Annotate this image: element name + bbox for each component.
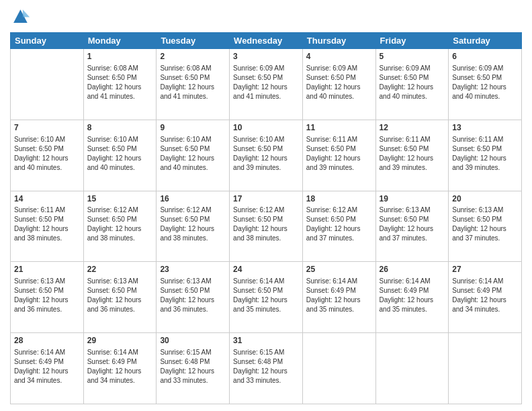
- daylight-text: Daylight: 12 hours and 38 minutes.: [14, 224, 80, 243]
- sunrise-text: Sunrise: 6:12 AM: [160, 205, 226, 215]
- sunrise-text: Sunrise: 6:12 AM: [306, 205, 372, 215]
- day-number: 4: [306, 51, 372, 62]
- sunset-text: Sunset: 6:50 PM: [306, 215, 372, 224]
- daylight-text: Daylight: 12 hours and 41 minutes.: [160, 83, 226, 101]
- svg-marker-1: [23, 9, 30, 17]
- day-number: 17: [233, 193, 299, 205]
- daylight-text: Daylight: 12 hours and 34 minutes.: [87, 367, 153, 385]
- sunrise-text: Sunrise: 6:14 AM: [306, 277, 372, 286]
- sunset-text: Sunset: 6:49 PM: [87, 357, 153, 367]
- sunset-text: Sunset: 6:50 PM: [233, 144, 299, 154]
- page: SundayMondayTuesdayWednesdayThursdayFrid…: [0, 0, 532, 411]
- calendar-cell: 1Sunrise: 6:08 AMSunset: 6:50 PMDaylight…: [83, 49, 157, 120]
- cell-content: 20Sunrise: 6:13 AMSunset: 6:50 PMDayligh…: [452, 193, 518, 244]
- calendar-cell: [449, 333, 522, 404]
- daylight-text: Daylight: 12 hours and 35 minutes.: [233, 295, 299, 314]
- daylight-text: Daylight: 12 hours and 40 minutes.: [380, 83, 445, 101]
- sunrise-text: Sunrise: 6:09 AM: [233, 64, 299, 73]
- cell-content: 27Sunrise: 6:14 AMSunset: 6:49 PMDayligh…: [452, 264, 518, 314]
- week-row-1: 7Sunrise: 6:10 AMSunset: 6:50 PMDaylight…: [11, 120, 522, 191]
- sunset-text: Sunset: 6:50 PM: [160, 144, 226, 154]
- header-day-thursday: Thursday: [302, 33, 375, 49]
- day-number: 13: [452, 122, 518, 134]
- calendar-cell: 28Sunrise: 6:14 AMSunset: 6:49 PMDayligh…: [11, 333, 84, 404]
- cell-content: 17Sunrise: 6:12 AMSunset: 6:50 PMDayligh…: [233, 193, 299, 244]
- cell-content: 28Sunrise: 6:14 AMSunset: 6:49 PMDayligh…: [14, 335, 80, 385]
- day-number: 28: [14, 335, 80, 347]
- day-number: 15: [87, 193, 153, 205]
- cell-content: 13Sunrise: 6:11 AMSunset: 6:50 PMDayligh…: [452, 122, 518, 173]
- cell-content: 30Sunrise: 6:15 AMSunset: 6:48 PMDayligh…: [160, 335, 226, 385]
- calendar-cell: 23Sunrise: 6:13 AMSunset: 6:50 PMDayligh…: [157, 262, 230, 333]
- sunrise-text: Sunrise: 6:08 AM: [87, 64, 153, 73]
- calendar-table: SundayMondayTuesdayWednesdayThursdayFrid…: [10, 32, 522, 404]
- day-number: 8: [87, 122, 153, 134]
- calendar-cell: 27Sunrise: 6:14 AMSunset: 6:49 PMDayligh…: [449, 262, 522, 333]
- day-number: 23: [160, 264, 226, 275]
- cell-content: 12Sunrise: 6:11 AMSunset: 6:50 PMDayligh…: [380, 122, 445, 173]
- day-number: 7: [14, 122, 80, 134]
- sunrise-text: Sunrise: 6:12 AM: [87, 205, 153, 215]
- daylight-text: Daylight: 12 hours and 38 minutes.: [87, 224, 153, 243]
- sunset-text: Sunset: 6:50 PM: [452, 73, 518, 83]
- sunrise-text: Sunrise: 6:09 AM: [380, 64, 445, 73]
- cell-content: 29Sunrise: 6:14 AMSunset: 6:49 PMDayligh…: [87, 335, 153, 385]
- day-number: 30: [160, 335, 226, 347]
- daylight-text: Daylight: 12 hours and 34 minutes.: [14, 367, 80, 385]
- sunrise-text: Sunrise: 6:11 AM: [306, 135, 372, 144]
- day-number: 6: [452, 51, 518, 62]
- sunrise-text: Sunrise: 6:10 AM: [233, 135, 299, 144]
- sunset-text: Sunset: 6:50 PM: [160, 215, 226, 224]
- sunrise-text: Sunrise: 6:11 AM: [452, 135, 518, 144]
- daylight-text: Daylight: 12 hours and 38 minutes.: [160, 224, 226, 243]
- calendar-cell: 7Sunrise: 6:10 AMSunset: 6:50 PMDaylight…: [11, 120, 84, 191]
- sunset-text: Sunset: 6:50 PM: [14, 286, 80, 295]
- sunrise-text: Sunrise: 6:14 AM: [380, 277, 445, 286]
- cell-content: 24Sunrise: 6:14 AMSunset: 6:50 PMDayligh…: [233, 264, 299, 314]
- sunset-text: Sunset: 6:50 PM: [380, 73, 445, 83]
- sunrise-text: Sunrise: 6:13 AM: [380, 205, 445, 215]
- sunrise-text: Sunrise: 6:14 AM: [452, 277, 518, 286]
- calendar-cell: 8Sunrise: 6:10 AMSunset: 6:50 PMDaylight…: [83, 120, 157, 191]
- sunrise-text: Sunrise: 6:10 AM: [14, 135, 80, 144]
- cell-content: 16Sunrise: 6:12 AMSunset: 6:50 PMDayligh…: [160, 193, 226, 244]
- sunrise-text: Sunrise: 6:14 AM: [87, 348, 153, 357]
- calendar-header-row: SundayMondayTuesdayWednesdayThursdayFrid…: [11, 33, 522, 49]
- calendar-cell: 18Sunrise: 6:12 AMSunset: 6:50 PMDayligh…: [302, 191, 375, 262]
- daylight-text: Daylight: 12 hours and 41 minutes.: [87, 83, 153, 101]
- calendar-cell: 10Sunrise: 6:10 AMSunset: 6:50 PMDayligh…: [230, 120, 303, 191]
- day-number: 18: [306, 193, 372, 205]
- cell-content: 19Sunrise: 6:13 AMSunset: 6:50 PMDayligh…: [380, 193, 445, 244]
- sunrise-text: Sunrise: 6:09 AM: [306, 64, 372, 73]
- calendar-cell: 22Sunrise: 6:13 AMSunset: 6:50 PMDayligh…: [83, 262, 157, 333]
- calendar-cell: 12Sunrise: 6:11 AMSunset: 6:50 PMDayligh…: [375, 120, 449, 191]
- day-number: 9: [160, 122, 226, 134]
- calendar-cell: 3Sunrise: 6:09 AMSunset: 6:50 PMDaylight…: [230, 49, 303, 120]
- calendar-cell: 24Sunrise: 6:14 AMSunset: 6:50 PMDayligh…: [230, 262, 303, 333]
- daylight-text: Daylight: 12 hours and 40 minutes.: [306, 83, 372, 101]
- daylight-text: Daylight: 12 hours and 35 minutes.: [380, 295, 445, 314]
- calendar-cell: [375, 333, 449, 404]
- cell-content: 1Sunrise: 6:08 AMSunset: 6:50 PMDaylight…: [87, 51, 153, 101]
- sunset-text: Sunset: 6:50 PM: [233, 286, 299, 295]
- day-number: 14: [14, 193, 80, 205]
- daylight-text: Daylight: 12 hours and 40 minutes.: [452, 83, 518, 101]
- daylight-text: Daylight: 12 hours and 33 minutes.: [233, 367, 299, 385]
- sunrise-text: Sunrise: 6:11 AM: [14, 205, 80, 215]
- sunset-text: Sunset: 6:50 PM: [87, 144, 153, 154]
- day-number: 29: [87, 335, 153, 347]
- calendar-cell: 25Sunrise: 6:14 AMSunset: 6:49 PMDayligh…: [302, 262, 375, 333]
- sunrise-text: Sunrise: 6:14 AM: [14, 348, 80, 357]
- day-number: 27: [452, 264, 518, 275]
- calendar-cell: 11Sunrise: 6:11 AMSunset: 6:50 PMDayligh…: [302, 120, 375, 191]
- week-row-2: 14Sunrise: 6:11 AMSunset: 6:50 PMDayligh…: [11, 191, 522, 262]
- sunset-text: Sunset: 6:50 PM: [380, 215, 445, 224]
- sunrise-text: Sunrise: 6:09 AM: [452, 64, 518, 73]
- daylight-text: Daylight: 12 hours and 41 minutes.: [233, 83, 299, 101]
- calendar-cell: 31Sunrise: 6:15 AMSunset: 6:48 PMDayligh…: [230, 333, 303, 404]
- day-number: 21: [14, 264, 80, 275]
- cell-content: 11Sunrise: 6:11 AMSunset: 6:50 PMDayligh…: [306, 122, 372, 173]
- daylight-text: Daylight: 12 hours and 37 minutes.: [452, 224, 518, 243]
- header-day-sunday: Sunday: [11, 33, 84, 49]
- calendar-cell: 6Sunrise: 6:09 AMSunset: 6:50 PMDaylight…: [449, 49, 522, 120]
